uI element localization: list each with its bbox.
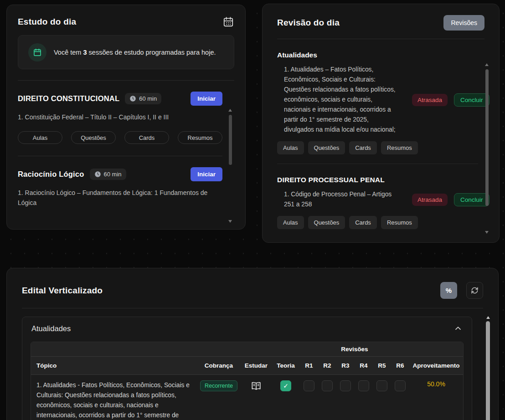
scroll-up-arrow [486,316,490,319]
tab-aulas[interactable]: Aulas [18,131,62,144]
sessions-banner: Você tem 3 sessões de estudo programadas… [18,35,234,69]
revisoes-group-label: Revisões [300,346,409,353]
percent-button[interactable]: % [440,282,457,299]
col-cobranca: Cobrança [197,362,241,369]
r3-checkbox[interactable] [340,380,351,391]
concluir-button[interactable]: Concluir [454,93,490,107]
tab-cards[interactable]: Cards [124,131,169,144]
col-r6: R6 [391,362,409,369]
concluir-button[interactable]: Concluir [454,193,490,206]
estudo-do-dia-card: Estudo do dia Você tem 3 sessões de estu… [6,5,246,230]
session-topic: 1. Constituição Federal – Título II – Ca… [18,112,222,122]
accordion-atualidades: Atualidades Revisões Tópico Cobrança Est… [22,317,472,420]
tab-resumos[interactable]: Resumos [381,141,418,154]
col-estudar: Estudar [241,362,272,369]
scroll-thumb [229,115,232,165]
col-topico: Tópico [31,362,197,369]
status-badge-atrasada: Atrasada [412,94,448,106]
tab-resumos[interactable]: Resumos [381,216,418,229]
status-badge-atrasada: Atrasada [412,194,448,206]
table-row: 1. Atualidades - Fatos Políticos, Econôm… [31,375,463,420]
refresh-button[interactable] [466,282,483,299]
study-session-raciocinio-logico: Raciocínio Lógico 60 min Iniciar 1. Raci… [18,156,222,208]
check-icon: ✓ [283,382,289,389]
study-dashboard: Estudo do dia Você tem 3 sessões de estu… [0,0,505,420]
review-subject-direito-processual-penal: DIREITO PROCESSUAL PENAL [277,176,478,184]
scroll-thumb [485,69,489,206]
tab-questoes[interactable]: Questões [71,131,116,144]
r1-checkbox[interactable] [304,380,314,391]
banner-text: Você tem 3 sessões de estudo programadas… [54,49,216,56]
review-item-text: 1. Código de Processo Penal – Artigos 25… [277,190,399,210]
session-name: DIREITO CONSTITUCIONAL [18,94,119,103]
review-item: 1. Código de Processo Penal – Artigos 25… [277,190,478,210]
revisao-title: Revisão do dia [277,18,340,28]
r5-checkbox[interactable] [376,380,387,391]
divider [22,308,483,308]
calendar-icon [28,43,46,61]
scroll-down-arrow [485,231,489,234]
session-topic: 1. Raciocínio Lógico – Fundamentos de Ló… [18,188,222,208]
r6-checkbox[interactable] [395,380,406,391]
estudo-title: Estudo do dia [18,17,76,27]
table-group-header: Revisões [31,342,463,357]
col-aproveitamento: Aproveitamento [409,362,463,369]
revisao-do-dia-card: Revisão do dia Revisões Atualidades 1. A… [262,4,500,243]
revisoes-button[interactable]: Revisões [443,15,484,31]
revisions-list: Atualidades 1. Atualidades – Fatos Polít… [277,51,484,229]
session-name: Raciocínio Lógico [18,170,84,179]
tab-questoes[interactable]: Questões [308,216,345,229]
book-open-icon [251,380,262,391]
col-r3: R3 [336,362,355,369]
divider [277,164,478,164]
tab-resumos[interactable]: Resumos [178,131,222,144]
table-column-header: Tópico Cobrança Estudar Teoria R1 R2 R3 … [31,357,463,375]
review-item: 1. Atualidades – Fatos Políticos, Econôm… [277,65,478,135]
session-count: 3 [83,49,87,56]
topic-cell: 1. Atualidades - Fatos Políticos, Econôm… [31,375,197,420]
scroll-thumb [486,321,490,420]
study-session-direito-constitucional: DIREITO CONSTITUCIONAL 60 min Iniciar 1.… [18,81,222,144]
col-r1: R1 [300,362,318,369]
tab-questoes[interactable]: Questões [308,141,345,154]
col-teoria: Teoria [272,362,300,369]
sessions-list: DIREITO CONSTITUCIONAL 60 min Iniciar 1.… [18,81,234,208]
refresh-icon [471,287,479,294]
r2-checkbox[interactable] [322,380,333,391]
edital-scrollbar[interactable] [485,316,490,420]
tab-aulas[interactable]: Aulas [277,141,304,154]
edital-title: Edital Verticalizado [22,286,103,296]
tab-aulas[interactable]: Aulas [277,216,304,229]
scroll-up-arrow [228,109,232,112]
revisions-scrollbar[interactable] [485,63,489,234]
clock-icon [129,95,136,102]
accordion-header[interactable]: Atualidades [22,317,472,340]
clock-icon [94,171,101,178]
tab-cards[interactable]: Cards [349,216,377,229]
chevron-up-icon [453,324,463,333]
duration-badge: 60 min [90,169,126,180]
duration-badge: 60 min [125,93,161,104]
aproveitamento-value: 50.0% [427,380,445,388]
col-r4: R4 [355,362,373,369]
accordion-title: Atualidades [31,324,71,333]
col-r5: R5 [373,362,391,369]
iniciar-button[interactable]: Iniciar [191,92,222,106]
edital-verticalizado-card: Edital Verticalizado % Atualidades [6,268,499,420]
divider [277,39,484,39]
calendar-days-icon[interactable] [222,16,234,28]
r4-checkbox[interactable] [358,380,369,391]
edital-table: Revisões Tópico Cobrança Estudar Teoria … [31,342,464,420]
sessions-scrollbar[interactable] [228,109,232,223]
review-item-text: 1. Atualidades – Fatos Políticos, Econôm… [277,65,399,135]
scroll-up-arrow [485,63,489,66]
recorrente-badge: Recorrente [200,380,237,391]
col-r2: R2 [318,362,336,369]
scroll-down-arrow [228,220,232,223]
iniciar-button[interactable]: Iniciar [191,167,222,181]
review-subject-atualidades: Atualidades [277,51,478,59]
tab-cards[interactable]: Cards [349,141,377,154]
teoria-checkbox[interactable]: ✓ [280,380,291,391]
